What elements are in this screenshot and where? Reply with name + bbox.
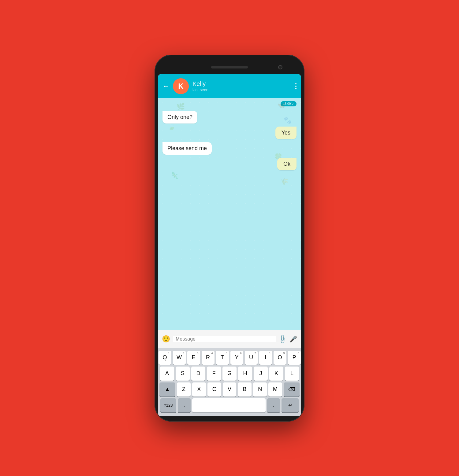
space-key[interactable] <box>192 398 266 412</box>
key-num: 9 <box>283 352 285 355</box>
key-p[interactable]: 0P <box>288 351 301 365</box>
key-num: 7 <box>254 352 256 355</box>
avatar: K <box>173 78 189 94</box>
microphone-button[interactable]: 🎤 <box>289 335 297 343</box>
message-input-area: 🙂 📎 🎤 <box>158 330 301 348</box>
message-text: Yes <box>282 130 290 136</box>
keyboard-row-2: A S D F G H J K L <box>159 367 300 381</box>
phone-camera <box>278 65 282 69</box>
phone-speaker <box>211 66 248 68</box>
key-v[interactable]: V <box>223 382 237 397</box>
key-num: 4 <box>211 352 213 355</box>
message-bubble-received: Only one? <box>162 111 197 124</box>
key-d[interactable]: D <box>191 367 205 381</box>
emoji-button[interactable]: 🙂 <box>162 335 170 343</box>
attach-button[interactable]: 📎 <box>277 334 288 345</box>
key-num: 1 <box>168 352 170 355</box>
key-y[interactable]: 6Y <box>230 351 243 365</box>
deco-icon: 🦎 <box>170 172 179 179</box>
key-b[interactable]: B <box>238 382 252 397</box>
key-num: 3 <box>197 352 198 355</box>
message-bubble-sent: Ok <box>277 158 297 170</box>
contact-status: last seen <box>192 87 295 92</box>
key-a[interactable]: A <box>160 367 174 381</box>
contact-info: Kelly last seen <box>192 80 295 92</box>
key-num: 6 <box>240 352 241 355</box>
keyboard-row-4: ?123 , . ↵ <box>159 398 300 412</box>
key-i[interactable]: 8I <box>259 351 272 365</box>
chat-header: ← K Kelly last seen <box>158 74 301 98</box>
key-g[interactable]: G <box>222 367 237 381</box>
message-text: Only one? <box>167 114 192 120</box>
phone-device: ← K Kelly last seen 🌿 🦋 🍃 🐾 🌱 🍀 <box>155 55 304 422</box>
key-num: 5 <box>226 352 227 355</box>
key-num: 0 <box>297 352 299 355</box>
contact-name: Kelly <box>192 80 295 87</box>
key-q[interactable]: 1Q <box>159 351 171 365</box>
keyboard: 1Q 2W 3E 4R 5T 6Y 7U 8I 9O 0P A S D F G … <box>158 348 301 416</box>
key-s[interactable]: S <box>176 367 190 381</box>
key-r[interactable]: 4R <box>202 351 215 365</box>
message-text: Please send me <box>167 145 207 151</box>
timestamp-badge: 16:09 ✓ <box>281 101 297 106</box>
key-j[interactable]: J <box>254 367 268 381</box>
back-button[interactable]: ← <box>162 82 169 90</box>
key-h[interactable]: H <box>238 367 252 381</box>
backspace-key[interactable]: ⌫ <box>284 382 300 397</box>
key-e[interactable]: 3E <box>187 351 200 365</box>
enter-key[interactable]: ↵ <box>282 398 299 412</box>
symbols-key[interactable]: ?123 <box>160 398 176 412</box>
more-dot <box>295 88 297 89</box>
key-num: 2 <box>182 352 184 355</box>
deco-icon: 🍃 <box>167 123 176 131</box>
key-l[interactable]: L <box>285 367 299 381</box>
key-num: 8 <box>269 352 270 355</box>
key-m[interactable]: M <box>268 382 282 397</box>
shift-key[interactable]: ▲ <box>159 382 175 397</box>
keyboard-row-3: ▲ Z X C V B N M ⌫ <box>159 382 300 397</box>
deco-icon: 🌾 <box>280 178 289 186</box>
key-x[interactable]: X <box>192 382 206 397</box>
more-menu-button[interactable] <box>295 83 297 89</box>
message-input[interactable] <box>173 336 276 342</box>
chat-area: 🌿 🦋 🍃 🐾 🌱 🍀 🦎 🌾 16:09 ✓ Only one? Yes Pl… <box>158 98 301 330</box>
phone-top-bar <box>158 60 301 74</box>
key-f[interactable]: F <box>207 367 221 381</box>
phone-screen: ← K Kelly last seen 🌿 🦋 🍃 🐾 🌱 🍀 <box>158 74 301 416</box>
key-c[interactable]: C <box>207 382 221 397</box>
key-t[interactable]: 5T <box>216 351 229 365</box>
deco-icon: 🌿 <box>177 103 185 111</box>
key-w[interactable]: 2W <box>173 351 186 365</box>
more-dot <box>295 86 297 87</box>
message-bubble-sent: Yes <box>275 127 297 139</box>
key-k[interactable]: K <box>269 367 283 381</box>
key-z[interactable]: Z <box>177 382 191 397</box>
keyboard-row-1: 1Q 2W 3E 4R 5T 6Y 7U 8I 9O 0P <box>159 351 300 365</box>
more-dot <box>295 83 297 84</box>
period-key[interactable]: . <box>267 398 280 412</box>
message-bubble-received: Please send me <box>162 142 212 155</box>
comma-key[interactable]: , <box>178 398 191 412</box>
key-u[interactable]: 7U <box>245 351 258 365</box>
key-o[interactable]: 9O <box>274 351 286 365</box>
deco-icon: 🐾 <box>283 116 292 124</box>
key-n[interactable]: N <box>253 382 267 397</box>
message-text: Ok <box>283 161 290 167</box>
